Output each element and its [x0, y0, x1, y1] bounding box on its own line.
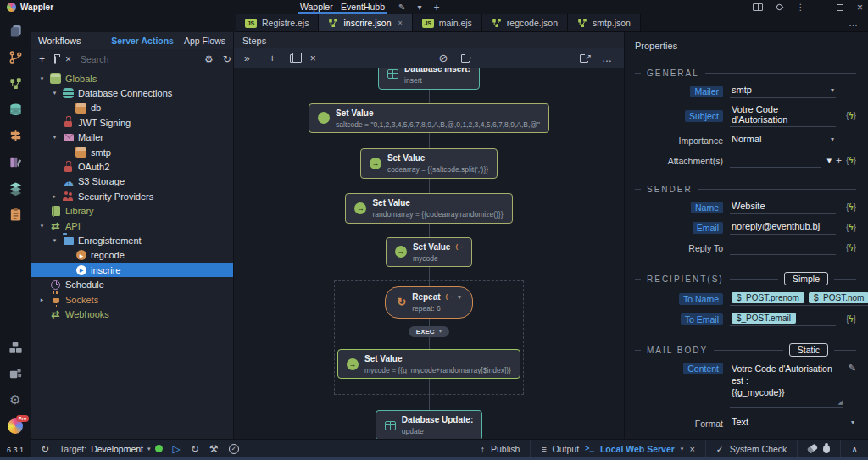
- tab-regcode-json[interactable]: regcode.json: [482, 14, 568, 31]
- tree-item-inscrire[interactable]: ▶inscrire: [31, 263, 233, 277]
- minimize-button[interactable]: –: [818, 3, 823, 12]
- chevron-down-icon[interactable]: ▾: [51, 90, 58, 97]
- workflows-icon[interactable]: [8, 75, 23, 91]
- tab-registre-ejs[interactable]: JS Registre.ejs: [236, 14, 319, 31]
- to-name-input[interactable]: $_POST.prenom$_POST.nom: [730, 291, 868, 306]
- copy-step-button[interactable]: [290, 54, 298, 63]
- tree-item-regcode[interactable]: ▶regcode: [31, 248, 233, 263]
- step-set-value-mycode[interactable]: → Set Value(→mycode: [386, 237, 472, 268]
- add-step-button[interactable]: +: [270, 53, 275, 64]
- tab-main-ejs[interactable]: JS main.ejs: [413, 14, 482, 31]
- tree-item-security-providers[interactable]: ▸Security Providers: [31, 189, 233, 203]
- dynamic-binding-icon[interactable]: {ϟ}: [846, 314, 856, 324]
- binding-chip[interactable]: $_POST.prenom: [732, 292, 804, 303]
- sender-name-input[interactable]: Website: [730, 200, 836, 214]
- step-database-insert[interactable]: Database Insert:insert: [378, 68, 480, 90]
- export-step-icon[interactable]: →: [461, 54, 470, 63]
- binding-chip[interactable]: $_POST.email: [732, 313, 796, 324]
- chevron-right-icon[interactable]: ▸: [38, 297, 46, 303]
- tree-item-db[interactable]: db: [31, 101, 233, 115]
- step-database-update[interactable]: Database Update:update: [376, 410, 482, 439]
- content-textarea[interactable]: Votre Code d'Autorisation est : {{g_myco…: [730, 363, 843, 408]
- binding-chip[interactable]: $_POST.nom: [809, 292, 868, 303]
- edit-title-icon[interactable]: ✎: [398, 3, 405, 12]
- dynamic-binding-icon[interactable]: {ϟ}: [846, 156, 856, 165]
- step-set-value-saltcode[interactable]: → Set Valuesaltcode = "0,1,2,3,4,5,6,7,8…: [309, 103, 549, 134]
- content-icon[interactable]: [8, 207, 23, 222]
- format-select[interactable]: Text▾: [730, 416, 856, 430]
- build-hammer-icon[interactable]: ⚒: [209, 444, 219, 454]
- mailer-select[interactable]: smtp▾: [730, 84, 836, 98]
- redeploy-icon[interactable]: ↻: [191, 444, 199, 454]
- chevron-down-icon[interactable]: ▾: [458, 293, 461, 301]
- importance-select[interactable]: Normal▾: [730, 133, 836, 147]
- database-icon[interactable]: [8, 102, 23, 117]
- collapse-statusbar-button[interactable]: ∧: [840, 440, 868, 457]
- layers-icon[interactable]: [8, 180, 23, 196]
- chevron-right-icon[interactable]: ▸: [51, 193, 58, 200]
- recipients-mode-select[interactable]: Simple: [784, 272, 828, 285]
- to-email-input[interactable]: $_POST.email: [730, 312, 836, 326]
- dynamic-binding-icon[interactable]: {ϟ}: [846, 111, 856, 120]
- tree-item-database-connections[interactable]: ▾Database Connections: [31, 86, 233, 100]
- dynamic-binding-icon[interactable]: {ϟ}: [846, 243, 856, 252]
- output-button[interactable]: ≡Output >_ Local Web Server ▾ ×: [530, 440, 704, 457]
- tab-app-flows[interactable]: App Flows: [184, 36, 225, 46]
- settings-gear-icon[interactable]: ⚙: [204, 54, 214, 64]
- tree-item-oauth2[interactable]: OAuth2: [31, 159, 233, 174]
- tree-item-globals[interactable]: ▾Globals: [31, 71, 233, 86]
- chevron-down-icon[interactable]: ▾: [38, 75, 46, 82]
- packages-icon[interactable]: [8, 340, 23, 355]
- add-attachment-button[interactable]: +: [836, 155, 842, 167]
- maximize-button[interactable]: [837, 4, 843, 11]
- tab-inscrire-json[interactable]: inscrire.json ×: [319, 14, 412, 31]
- step-set-value-concat[interactable]: → Set Valuemycode = {{g_mycode+randomarr…: [337, 349, 520, 380]
- step-set-value-randomarray[interactable]: → Set Valuerandomarray = {{codearray.ran…: [345, 193, 512, 224]
- tree-item-enregistrement[interactable]: ▾Enregistrement: [31, 233, 233, 247]
- pages-icon[interactable]: [8, 23, 23, 38]
- collapse-panel-icon[interactable]: »: [244, 53, 250, 64]
- target-select[interactable]: Target: Development ▾: [59, 444, 163, 454]
- bug-icon[interactable]: [823, 445, 830, 453]
- settings-gear-icon[interactable]: ⚙: [8, 392, 23, 407]
- add-folder-button[interactable]: [54, 56, 56, 64]
- chevron-down-icon[interactable]: ▾: [51, 237, 58, 244]
- title-chevron-down-icon[interactable]: ▾: [417, 3, 421, 12]
- extensions-icon[interactable]: [8, 366, 23, 381]
- refresh-icon[interactable]: ↻: [223, 54, 231, 64]
- body-mode-select[interactable]: Static: [789, 343, 828, 357]
- tree-item-sockets[interactable]: ▸Sockets: [31, 292, 233, 307]
- reply-to-input[interactable]: [730, 241, 836, 255]
- tree-item-webhooks[interactable]: ⇄Webhooks: [31, 307, 233, 321]
- routing-icon[interactable]: [8, 128, 23, 143]
- menu-kebab-icon[interactable]: ⋮: [796, 3, 804, 12]
- steps-more-button[interactable]: …: [602, 53, 612, 64]
- tab-overflow-button[interactable]: …: [838, 14, 868, 31]
- step-set-value-codearray[interactable]: → Set Valuecodearray = {{saltcode.split(…: [360, 148, 498, 179]
- open-in-new-icon[interactable]: ↗: [580, 54, 588, 63]
- eraser-icon[interactable]: [807, 443, 818, 453]
- close-tab-icon[interactable]: ×: [398, 19, 402, 27]
- edit-content-pencil-icon[interactable]: ✎: [843, 363, 856, 374]
- chevron-down-icon[interactable]: ▾: [681, 446, 684, 452]
- publish-button[interactable]: ↑Publish: [470, 440, 531, 457]
- sender-email-input[interactable]: noreply@eventhub.bj: [730, 220, 836, 235]
- tab-server-actions[interactable]: Server Actions: [111, 36, 174, 46]
- dynamic-binding-icon[interactable]: {ϟ}: [846, 223, 856, 232]
- design-icon[interactable]: [8, 154, 23, 169]
- tree-item-smtp[interactable]: smtp: [31, 145, 233, 159]
- tree-item-library[interactable]: Library: [31, 204, 233, 219]
- system-check-button[interactable]: ✓System Check: [705, 440, 798, 457]
- tree-item-api[interactable]: ▾⇄API: [31, 219, 233, 233]
- split-view-icon[interactable]: [753, 3, 763, 11]
- chevron-down-icon[interactable]: ▾: [38, 223, 46, 230]
- sync-icon[interactable]: ↻: [41, 444, 49, 454]
- delete-button[interactable]: ×: [65, 54, 71, 64]
- new-document-button[interactable]: +: [433, 3, 439, 13]
- disable-step-icon[interactable]: ⊘: [438, 53, 448, 64]
- wappler-pro-logo[interactable]: Pro: [8, 418, 23, 434]
- exec-badge[interactable]: EXEC▾: [409, 326, 449, 337]
- git-icon[interactable]: [8, 49, 23, 64]
- chevron-down-icon[interactable]: ▾: [826, 155, 832, 166]
- run-icon[interactable]: ▷: [173, 444, 181, 454]
